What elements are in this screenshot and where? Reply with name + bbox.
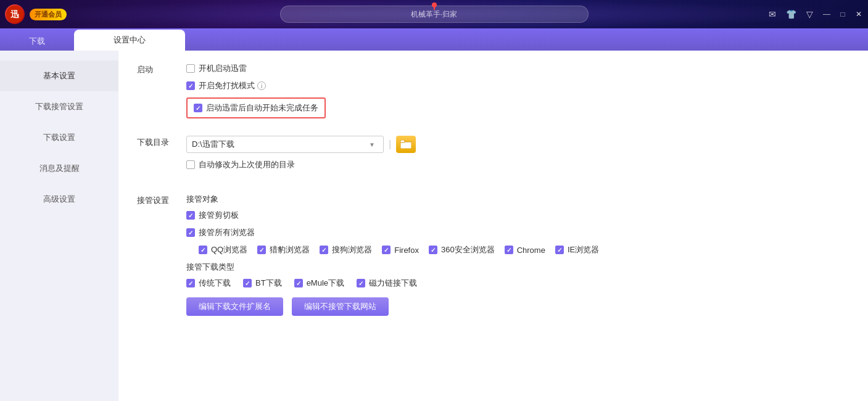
type-emule-checkbox[interactable] <box>294 279 303 287</box>
tab-download[interactable]: 下载 <box>0 32 74 51</box>
browser-chrome: Chrome <box>505 246 545 255</box>
all-browsers-row: 接管所有浏览器 <box>186 227 849 238</box>
folder-browse-button[interactable] <box>396 136 416 153</box>
browser-ie: IE浏览器 <box>555 244 599 255</box>
titlebar-right: ✉ 👕 ▽ — □ ✕ <box>767 9 863 20</box>
search-bar[interactable]: 机械革手·归家 <box>280 6 589 23</box>
dir-input-text: D:\迅雷下载 <box>192 139 366 150</box>
browser-liebao-label: 猎豹浏览器 <box>270 244 310 255</box>
browser-qq-checkbox[interactable] <box>199 246 207 254</box>
takeover-section: 接管设置 接管对象 接管剪切板 接管所有浏览器 <box>137 194 849 316</box>
settings-content: 启动 开机启动迅雷 开启免打扰模式 i 启动迅雷后自动开始未完成任 <box>118 51 868 401</box>
tshirt-icon[interactable]: 👕 <box>785 9 796 20</box>
takeover-label: 接管设置 <box>137 194 186 316</box>
browser-firefox: Firefox <box>382 246 419 255</box>
sidebar-item-download-settings[interactable]: 下载设置 <box>0 122 118 153</box>
edit-extensions-button[interactable]: 编辑下载文件扩展名 <box>186 297 283 316</box>
autostart-row: 开机启动迅雷 <box>186 63 849 74</box>
type-traditional-checkbox[interactable] <box>186 279 195 287</box>
mail-icon[interactable]: ✉ <box>767 9 778 20</box>
auto-dir-checkbox[interactable] <box>186 160 195 169</box>
dir-divider: | <box>389 139 391 150</box>
takeover-target-label: 接管对象 <box>186 194 849 205</box>
edit-no-takeover-button[interactable]: 编辑不接管下载网站 <box>292 297 389 316</box>
maximize-button[interactable]: □ <box>838 10 847 19</box>
type-bt-checkbox[interactable] <box>243 279 252 287</box>
type-magnet: 磁力链接下载 <box>357 278 417 289</box>
auto-dir-row: 自动修改为上次使用的目录 <box>186 159 849 170</box>
browser-chrome-checkbox[interactable] <box>505 246 513 254</box>
browser-360-label: 360安全浏览器 <box>441 244 495 255</box>
vip-badge[interactable]: 开通会员 <box>30 9 67 20</box>
minimize-button[interactable]: — <box>822 10 831 19</box>
nodisturb-row: 开启免打扰模式 i <box>186 80 849 91</box>
autoresume-checkbox[interactable] <box>194 104 202 112</box>
sidebar-item-download-mgr[interactable]: 下载接管设置 <box>0 91 118 122</box>
sidebar-item-advanced[interactable]: 高级设置 <box>0 184 118 215</box>
autoresume-wrapper: 启动迅雷后自动开始未完成任务 <box>186 97 849 118</box>
svg-text:迅: 迅 <box>10 9 20 19</box>
dir-input[interactable]: D:\迅雷下载 ▼ <box>186 136 384 153</box>
download-dir-label: 下载目录 <box>137 136 186 176</box>
type-traditional: 传统下载 <box>186 278 231 289</box>
browser-sogou-checkbox[interactable] <box>320 246 328 254</box>
type-traditional-label: 传统下载 <box>199 278 231 289</box>
type-bt-label: BT下载 <box>255 278 282 289</box>
tab-settings[interactable]: 设置中心 <box>74 30 185 51</box>
browser-sogou-label: 搜狗浏览器 <box>332 244 372 255</box>
browser-sogou: 搜狗浏览器 <box>320 244 372 255</box>
browser-360-checkbox[interactable] <box>429 246 437 254</box>
clipboard-row: 接管剪切板 <box>186 210 849 221</box>
all-browsers-checkbox[interactable] <box>186 228 195 237</box>
type-emule-label: eMule下载 <box>307 278 344 289</box>
action-buttons: 编辑下载文件扩展名 编辑不接管下载网站 <box>186 297 849 316</box>
sidebar-item-basic[interactable]: 基本设置 <box>0 60 118 91</box>
search-pin-icon <box>432 2 437 7</box>
browser-liebao-checkbox[interactable] <box>257 246 266 254</box>
autostart-label: 开机启动迅雷 <box>199 63 247 74</box>
all-browsers-label: 接管所有浏览器 <box>199 227 255 238</box>
startup-options: 开机启动迅雷 开启免打扰模式 i 启动迅雷后自动开始未完成任务 <box>186 63 849 118</box>
startup-label: 启动 <box>137 63 186 118</box>
titlebar-left: 迅 开通会员 <box>0 4 67 24</box>
titlebar: 迅 开通会员 机械革手·归家 ✉ 👕 ▽ — □ ✕ <box>0 0 868 28</box>
nodisturb-label: 开启免打扰模式 <box>199 80 255 91</box>
autoresume-row: 启动迅雷后自动开始未完成任务 <box>186 97 326 118</box>
browser-ie-checkbox[interactable] <box>555 246 564 254</box>
dir-dropdown-arrow-icon[interactable]: ▼ <box>366 141 378 148</box>
app-logo: 迅 <box>5 4 25 24</box>
browser-liebao: 猎豹浏览器 <box>257 244 310 255</box>
nodisturb-info-icon[interactable]: i <box>257 81 266 90</box>
nodisturb-checkbox[interactable] <box>186 81 195 90</box>
takeover-content: 接管对象 接管剪切板 接管所有浏览器 QQ浏览器 <box>186 194 849 316</box>
auto-dir-label: 自动修改为上次使用的目录 <box>199 159 295 170</box>
browser-qq-label: QQ浏览器 <box>211 244 247 255</box>
wifi-icon[interactable]: ▽ <box>804 9 815 20</box>
type-bt: BT下载 <box>243 278 282 289</box>
browser-qq: QQ浏览器 <box>199 244 247 255</box>
type-magnet-checkbox[interactable] <box>357 279 365 287</box>
autostart-checkbox[interactable] <box>186 64 195 73</box>
download-dir-section: 下载目录 D:\迅雷下载 ▼ | <box>137 136 849 176</box>
type-emule: eMule下载 <box>294 278 344 289</box>
browser-firefox-label: Firefox <box>394 246 419 255</box>
clipboard-checkbox[interactable] <box>186 211 195 220</box>
autoresume-label: 启动迅雷后自动开始未完成任务 <box>206 102 318 114</box>
download-type-label: 接管下载类型 <box>186 262 849 273</box>
dir-row: D:\迅雷下载 ▼ | <box>186 136 849 153</box>
browser-ie-label: IE浏览器 <box>568 244 599 255</box>
close-button[interactable]: ✕ <box>854 10 863 19</box>
startup-section: 启动 开机启动迅雷 开启免打扰模式 i 启动迅雷后自动开始未完成任 <box>137 63 849 118</box>
svg-rect-3 <box>400 140 405 143</box>
download-types-list: 传统下载 BT下载 eMule下载 磁力链接下载 <box>186 278 849 289</box>
sidebar: 基本设置 下载接管设置 下载设置 消息及提醒 高级设置 <box>0 51 118 401</box>
main-layout: 基本设置 下载接管设置 下载设置 消息及提醒 高级设置 启动 开机启动迅雷 <box>0 51 868 401</box>
browser-firefox-checkbox[interactable] <box>382 246 391 254</box>
clipboard-label: 接管剪切板 <box>199 210 239 221</box>
browser-chrome-label: Chrome <box>517 246 545 255</box>
type-magnet-label: 磁力链接下载 <box>369 278 417 289</box>
svg-rect-2 <box>400 142 411 149</box>
download-dir-content: D:\迅雷下载 ▼ | 自动修改为上次使用的目录 <box>186 136 849 176</box>
sidebar-item-notifications[interactable]: 消息及提醒 <box>0 153 118 184</box>
titlebar-center: 机械革手·归家 <box>280 6 589 23</box>
